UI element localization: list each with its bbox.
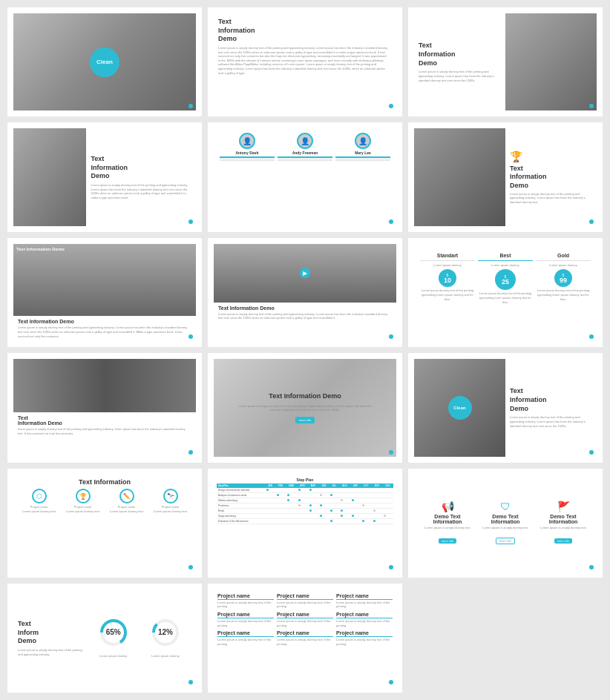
shield-icon: 🛡 — [476, 501, 534, 512]
proj-icon-2: 🏆 Project name Lorem ipsum dummy text — [61, 489, 105, 513]
slide-nav-dot — [188, 680, 193, 684]
slide2-body: Lorem ipsum is simply dummy text of the … — [218, 46, 389, 75]
row-label: Analysis of customers needs — [217, 492, 265, 498]
slide8-title: Text Information Demo — [218, 306, 392, 311]
project-icon-3: ✏️ — [119, 489, 134, 503]
slide-4: TextInformationDemo Lorem ipsum is simpl… — [7, 122, 202, 231]
demo-text-1: Demo TextInformation — [419, 514, 476, 524]
project-item-6: Project name Lorem ipsum is simply dummy… — [336, 612, 393, 627]
person-name-antony: Antony Stark — [220, 151, 275, 155]
proj-name-2: Project name — [277, 593, 333, 598]
project-item-5: Project name Lorem ipsum is simply dummy… — [277, 612, 333, 627]
slide-nav-dot — [188, 565, 193, 569]
icon-item-flag: 🚩 Demo TextInformation Lorem ipsum is si… — [534, 501, 592, 546]
table-row: Analysis of customers needs — [217, 492, 393, 498]
slide-5: 👤 Antony Stark 👤 Andy Freeman 👤 Mary Lee — [208, 122, 402, 231]
flag-icon: 🚩 — [534, 501, 592, 512]
slide-nav-dot — [389, 104, 393, 108]
project-icon-4: 🔭 — [163, 489, 178, 503]
slide6-title: TextInformationDemo — [510, 165, 592, 191]
row-label: Evaluation of the effectiveness — [217, 518, 265, 524]
pricing-best-desc: Lorem ipsum dummy — [478, 263, 533, 268]
slide11-body: Lorem ipsum is simply dummy text of the … — [237, 404, 373, 412]
icon-item-megaphone: 📢 Demo TextInformation Lorem ipsum is si… — [419, 501, 476, 546]
table-row: Image advertising — [217, 513, 393, 518]
row-label: Statistic advertising — [217, 498, 265, 503]
project-item-7: Project name Lorem ipsum is simply dummy… — [217, 630, 274, 646]
price-best: 25 — [502, 279, 509, 285]
slide13-title: Text Information — [17, 478, 192, 487]
table-row: Evaluation of the effectiveness — [217, 518, 393, 524]
proj-name-3: Project name — [336, 593, 393, 598]
slide6-body: Lorem ipsum is simply dummy text of the … — [510, 192, 592, 205]
slide7-title: Text Information Demo — [16, 247, 193, 251]
slide7-sub-title: Text Information Demo — [18, 319, 191, 324]
table-row: Production — [217, 503, 393, 508]
slide-nav-dot — [188, 219, 193, 224]
project-grid: Project name Lorem ipsum is simply dummy… — [217, 593, 393, 647]
project-item-2: Project name Lorem ipsum is simply dummy… — [277, 593, 333, 609]
more-info-btn-1[interactable]: more info — [439, 538, 457, 544]
slide-nav-dot — [389, 565, 393, 569]
slide-6: 🏆 TextInformationDemo Lorem ipsum is sim… — [408, 122, 603, 231]
slide-1: Clean — [7, 7, 202, 116]
project-item-8: Project name Lorem ipsum is simply dummy… — [277, 630, 333, 646]
slide16-title: TextInformDemo — [18, 620, 88, 646]
table-row: Retail — [217, 508, 393, 513]
slide-13: Text Information ⬡ Project name Lorem ip… — [7, 469, 202, 578]
person-andy: 👤 Andy Freeman — [276, 133, 334, 161]
slide-nav-dot — [389, 219, 393, 224]
slide12-title: TextInformationDemo — [510, 387, 592, 413]
pricing-standart-desc: Lorem ipsum dummy — [420, 263, 475, 268]
slide3-body: Lorem ipsum is simply dummy text of the … — [419, 70, 501, 82]
row-label: Image advertising — [217, 513, 265, 518]
proj-icon-3: ✏️ Project name Lorem ipsum dummy text — [105, 489, 148, 513]
step-plan-title: Step Plan — [217, 478, 393, 482]
slide-15: 📢 Demo TextInformation Lorem ipsum is si… — [408, 469, 603, 578]
slides-grid: Clean TextInformationDemo Lorem ipsum is… — [7, 7, 603, 693]
slide-nav-dot — [389, 680, 393, 684]
pricing-standart: Standart Lorem ipsum dummy $ 10 Lorem ip… — [419, 251, 476, 303]
slide11-title: Text Information Demo — [269, 392, 341, 401]
slide-10: TextInformation Demo lorem ipsum is simp… — [7, 353, 202, 462]
demo-text-2: Demo TextInformation — [476, 514, 534, 524]
price-std: 10 — [444, 277, 451, 284]
icon-item-shield: 🛡 Demo TextInformation Lorem ipsum is si… — [476, 501, 534, 546]
slide10-title: TextInformation Demo — [18, 415, 191, 426]
slide4-body: Lorem ipsum is simply dummy text of the … — [91, 183, 191, 199]
proj-name-6: Project name — [336, 612, 393, 617]
table-row: Statistic advertising — [217, 498, 393, 503]
slide8-body: Lorem ipsum is simply dummy text of the … — [218, 312, 392, 320]
more-info-button[interactable]: more info — [295, 417, 315, 423]
slide2-title: TextInformationDemo — [218, 18, 389, 44]
pricing-best-label: Best — [478, 253, 533, 258]
slide-2: TextInformationDemo Lorem ipsum is simpl… — [208, 7, 402, 116]
person-mary: 👤 Mary Lee — [334, 133, 392, 161]
project-item-3: Project name Lorem ipsum is simply dummy… — [336, 593, 393, 609]
project-icon-1: ⬡ — [32, 489, 47, 503]
stat-12: 12% Lorem ipsum dummy — [151, 618, 180, 658]
slide-17: Project name Lorem ipsum is simply dummy… — [208, 584, 402, 693]
step-plan-table: Step Plan JAN FEB MAR APR MAY JUN JUL AU… — [217, 483, 393, 524]
slide16-body: Lorem ipsum is simply dummy text of the … — [18, 648, 88, 656]
price-gold: 99 — [560, 277, 567, 284]
project-item-1: Project name Lorem ipsum is simply dummy… — [217, 593, 274, 609]
slide-9: Standart Lorem ipsum dummy $ 10 Lorem ip… — [408, 238, 603, 347]
person-antony: 👤 Antony Stark — [218, 133, 276, 161]
project-item-4: Project name Lorem ipsum is simply dummy… — [217, 612, 274, 627]
proj-name-1: Project name — [217, 593, 274, 598]
stat-65-value: 65% — [99, 628, 128, 636]
slide4-title: TextInformationDemo — [91, 155, 191, 181]
demo-text-3: Demo TextInformation — [534, 514, 592, 524]
pricing-gold-desc: Lorem ipsum dummy — [536, 263, 591, 268]
more-info-btn-2[interactable]: more info — [496, 538, 516, 544]
project-icon-2: 🏆 — [76, 489, 91, 503]
more-info-btn-3[interactable]: more info — [554, 538, 573, 544]
proj-icon-4: 🔭 Project name Lorem ipsum dummy text — [148, 489, 192, 513]
proj-icon-1: ⬡ Project name Lorem ipsum dummy text — [17, 489, 61, 513]
slide-nav-dot — [589, 219, 594, 224]
pricing-standart-label: Standart — [420, 253, 475, 258]
pricing-gold-label: Gold — [536, 253, 591, 258]
proj-name-9: Project name — [336, 630, 393, 635]
pricing-gold: Gold Lorem ipsum dummy $ 99 Lorem ipsum … — [534, 251, 592, 303]
